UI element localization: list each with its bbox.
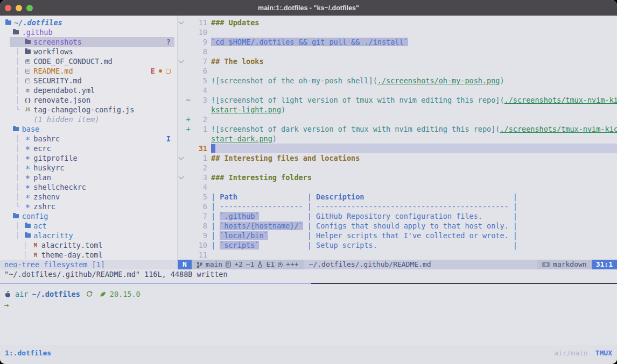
- fold-chevron-icon: [179, 174, 184, 180]
- editor-line[interactable]: 10: [178, 27, 617, 37]
- asterisk-file-icon: *: [23, 173, 32, 182]
- line-text: | `.github` | GitHub Repository configur…: [211, 211, 617, 221]
- tree-item-label: zshenv: [33, 192, 60, 201]
- tmux-pane-divider[interactable]: [0, 283, 617, 284]
- editor-line[interactable]: +2: [178, 115, 617, 124]
- fold-column: [178, 250, 185, 260]
- editor-line[interactable]: 11### Updates: [178, 18, 617, 27]
- tree-item-bashrc[interactable]: │ *bashrcI: [0, 134, 177, 144]
- editor-line[interactable]: +1![screenshot of dark version of tmux w…: [178, 124, 617, 134]
- tree-item-ecrc[interactable]: │ *ecrc: [0, 144, 177, 153]
- asterisk-file-icon: *: [23, 144, 32, 153]
- tree-item-zshrc[interactable]: └ *zshrc: [0, 202, 177, 211]
- toml-file-icon: M: [31, 240, 40, 250]
- statusline-filepath: ~/.dotfiles/.github/README.md: [304, 260, 537, 269]
- editor-line[interactable]: start-dark.png): [178, 134, 617, 144]
- editor-line[interactable]: kstart-light.png): [178, 105, 617, 115]
- editor-line[interactable]: 11: [178, 250, 617, 260]
- asterisk-file-icon: *: [23, 202, 32, 211]
- tree-item-code-of-conduct.md[interactable]: │ CODE_OF_CONDUCT.md: [0, 56, 177, 66]
- tree-item-label: workflows: [33, 47, 73, 56]
- editor-line[interactable]: 5| Path | Description |: [178, 192, 617, 202]
- neo-tree-panel[interactable]: ~/.dotfiles .github screenshots? │ workf…: [0, 16, 178, 260]
- editor-line[interactable]: 1## Interesting files and locations: [178, 153, 617, 163]
- fold-column: [178, 18, 185, 27]
- gitsign-column: [185, 240, 192, 250]
- tree-item-readme.md[interactable]: │ README.mdE: [0, 66, 177, 76]
- tree-item-plan[interactable]: │ *plan: [0, 173, 177, 182]
- tree-item-label: renovate.json: [33, 96, 90, 104]
- line-text: ![screenshot of the oh-my-posh shell](./…: [211, 76, 617, 85]
- tree-item-config[interactable]: config: [0, 211, 177, 221]
- gitsign-column: [185, 153, 192, 163]
- editor-pane[interactable]: 11### Updates109`cd $HOME/.dotfiles && g…: [178, 16, 617, 260]
- editor-line[interactable]: ~3![screenshot of light version of tmux …: [178, 95, 617, 105]
- line-text: kstart-light.png): [211, 105, 617, 115]
- fold-column: [178, 240, 185, 250]
- tree-item-security.md[interactable]: │ SECURITY.md: [0, 76, 177, 85]
- line-text: [211, 85, 617, 95]
- tree-indent-guide: │: [0, 241, 31, 249]
- line-number: 10: [192, 240, 207, 250]
- minimize-button[interactable]: [16, 5, 22, 11]
- editor-line[interactable]: 6| ------------------- | ---------------…: [178, 202, 617, 211]
- gitsign-column: [185, 211, 192, 221]
- editor-line[interactable]: 7## The looks: [178, 56, 617, 66]
- editor-line[interactable]: 10| `scripts` | Setup scripts. |: [178, 240, 617, 250]
- editor-line[interactable]: 9| `local/bin` | Helper scripts that I'v…: [178, 231, 617, 240]
- tree-item-workflows[interactable]: │ workflows: [0, 47, 177, 56]
- close-button[interactable]: [5, 5, 11, 11]
- gitsign-column: [185, 18, 192, 27]
- tree-item-theme-day.toml[interactable]: │ Mtheme-day.toml: [0, 250, 177, 260]
- tree-item-zshenv[interactable]: │ *zshenv: [0, 192, 177, 202]
- tree-item-shellcheckrc[interactable]: │ *shellcheckrc: [0, 182, 177, 192]
- editor-line[interactable]: 7| `.github` | GitHub Repository configu…: [178, 211, 617, 221]
- tree-indent-guide: │: [0, 251, 31, 259]
- tree-item-renovate.json[interactable]: │ {}renovate.json: [0, 95, 177, 105]
- tree-item-label: CODE_OF_CONDUCT.md: [33, 57, 112, 66]
- fold-chevron-icon: [179, 58, 184, 63]
- tree-indent-guide: [0, 125, 12, 133]
- tree-item-tag-changelog-config.js[interactable]: └ JStag-changelog-config.js: [0, 105, 177, 115]
- diagnostic-error-badge: E: [151, 67, 155, 75]
- editor-line[interactable]: 4: [178, 182, 617, 192]
- zoom-button[interactable]: [26, 5, 33, 11]
- editor-line[interactable]: 9`cd $HOME/.dotfiles && git pull && ./in…: [178, 37, 617, 47]
- tree-indent-guide: │: [0, 174, 23, 181]
- fold-chevron-icon: [179, 155, 184, 160]
- tmux-window-tab[interactable]: 1:.dotfiles: [5, 348, 51, 364]
- tree-item-screenshots[interactable]: screenshots?: [0, 37, 177, 47]
- tree-item-huskyrc[interactable]: │ *huskyrc: [0, 163, 177, 173]
- vim-mode-indicator: N: [178, 260, 192, 269]
- gitsign-column: [185, 134, 192, 144]
- tree-indent-guide: │: [0, 193, 23, 201]
- line-number: 6: [192, 66, 207, 76]
- tree-item--1-hidden-item-[interactable]: (1 hidden item): [0, 115, 177, 124]
- gitsign-column: [185, 85, 192, 95]
- editor-line[interactable]: 3### Interesting folders: [178, 173, 617, 182]
- editor-line[interactable]: 6: [178, 66, 617, 76]
- fold-column: [178, 144, 185, 153]
- editor-line[interactable]: 5![screenshot of the oh-my-posh shell](.…: [178, 76, 617, 85]
- line-text: | `hosts/{hostname}/` | Configs that sho…: [211, 221, 617, 231]
- nodejs-leaf-icon: [100, 291, 106, 297]
- editor-line[interactable]: 8: [178, 47, 617, 56]
- apple-icon: [4, 290, 11, 298]
- editor-line[interactable]: 8| `hosts/{hostname}/` | Configs that sh…: [178, 221, 617, 231]
- tree-item--.dotfiles[interactable]: ~/.dotfiles: [0, 18, 177, 27]
- tree-item-base[interactable]: base: [0, 124, 177, 134]
- line-text: ![screenshot of light version of tmux wi…: [211, 95, 617, 105]
- tree-item-.github[interactable]: .github: [0, 27, 177, 37]
- line-text: [211, 144, 617, 153]
- tree-item-dependabot.yml[interactable]: │ ⚙dependabot.yml: [0, 85, 177, 95]
- cwd: ~/.dotfiles: [32, 290, 80, 298]
- gitsign-column: [185, 250, 192, 260]
- tree-item-alacritty.toml[interactable]: │ Malacritty.toml: [0, 240, 177, 250]
- editor-line[interactable]: 31: [178, 144, 617, 153]
- gitsign-column: [185, 27, 192, 37]
- editor-line[interactable]: 2: [178, 163, 617, 173]
- tree-item-gitprofile[interactable]: │ *gitprofile: [0, 153, 177, 163]
- editor-line[interactable]: 4: [178, 85, 617, 95]
- tree-item-act[interactable]: │ act: [0, 221, 177, 231]
- tree-item-alacritty[interactable]: │ alacritty: [0, 231, 177, 240]
